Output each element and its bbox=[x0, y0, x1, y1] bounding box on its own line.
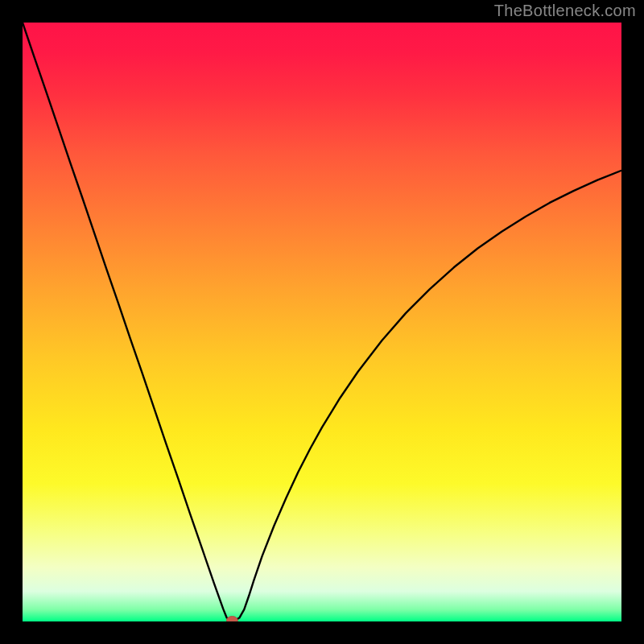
frame-right bbox=[621, 0, 644, 644]
watermark-text: TheBottleneck.com bbox=[494, 2, 636, 20]
bottleneck-curve bbox=[23, 23, 621, 621]
plot-area bbox=[23, 23, 621, 621]
curve-svg bbox=[23, 23, 621, 621]
frame-left bbox=[0, 0, 23, 644]
valley-marker bbox=[226, 617, 237, 621]
frame-bottom bbox=[0, 621, 644, 644]
